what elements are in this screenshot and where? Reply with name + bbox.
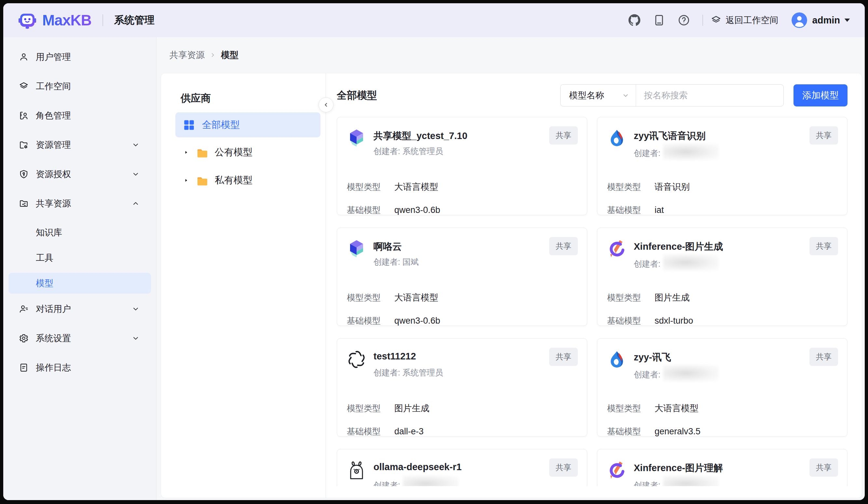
sidebar-item-tools[interactable]: 工具	[9, 248, 151, 268]
model-field-row: 基础模型iat	[607, 204, 664, 215]
model-card[interactable]: Xinference-图片理解创建者: 共享	[597, 449, 847, 486]
field-value: dall-e-3	[394, 426, 424, 436]
model-card[interactable]: zyy讯飞语音识别创建者: 共享模型类型语音识别基础模型iat	[597, 117, 847, 215]
ollama-icon	[347, 460, 366, 480]
username[interactable]: admin	[812, 15, 840, 26]
sidebar-item-chat-users[interactable]: 对话用户	[9, 298, 151, 320]
tree-item-folder[interactable]: 私有模型	[175, 169, 320, 192]
provider-panel-title: 供应商	[180, 91, 326, 105]
share-badge: 共享	[809, 237, 838, 255]
model-search-group: 模型名称	[560, 84, 784, 107]
chevron-right-icon	[210, 52, 216, 58]
search-field-select[interactable]: 模型名称	[560, 85, 636, 106]
sidebar-item-label: 系统设置	[36, 332, 71, 344]
field-value: qwen3-0.6b	[394, 205, 440, 215]
creator-name: 系统管理员	[400, 367, 443, 378]
model-card[interactable]: 啊咯云创建者: 国斌共享模型类型大语言模型基础模型qwen3-0.6b	[337, 228, 587, 326]
field-value: iat	[654, 205, 664, 215]
breadcrumb-parent[interactable]: 共享资源	[169, 49, 205, 61]
maxkb-logo[interactable]: MaxKB	[18, 11, 91, 29]
creator-label: 创建者:	[634, 259, 660, 269]
sidebar-item-operation-logs[interactable]: 操作日志	[9, 357, 151, 378]
model-creator: 创建者:	[634, 367, 719, 382]
shield-key-icon	[19, 169, 29, 179]
sidebar-item-users[interactable]: 用户管理	[9, 46, 151, 68]
logo-text: MaxKB	[42, 11, 91, 29]
field-value: qwen3-0.6b	[394, 316, 440, 326]
model-name: Xinference-图片理解	[634, 462, 723, 475]
caret-right-icon[interactable]	[184, 178, 189, 183]
sidebar-item-label: 资源授权	[36, 168, 71, 180]
share-badge: 共享	[809, 348, 838, 366]
iflytek-icon	[607, 128, 627, 148]
sidebar-item-system-settings[interactable]: 系统设置	[9, 327, 151, 349]
sidebar-item-label: 对话用户	[36, 303, 71, 315]
field-label: 基础模型	[607, 204, 641, 215]
sidebar-item-workspace[interactable]: 工作空间	[9, 75, 151, 97]
sidebar-item-models[interactable]: 模型	[9, 273, 151, 294]
help-icon[interactable]	[678, 14, 690, 26]
chevron-down-icon	[132, 305, 139, 313]
model-card[interactable]: test11212创建者: 系统管理员共享模型类型图片生成基础模型dall-e-…	[337, 338, 587, 436]
field-label: 基础模型	[607, 426, 641, 436]
github-icon[interactable]	[628, 14, 641, 26]
breadcrumb: 共享资源 模型	[156, 37, 865, 73]
docs-icon[interactable]	[653, 14, 665, 26]
sidebar-item-label: 资源管理	[36, 139, 71, 151]
sidebar-item-shared-resources[interactable]: 共享资源	[9, 193, 151, 214]
app-title: 系统管理	[114, 13, 155, 27]
model-field-row: 模型类型语音识别	[607, 181, 690, 193]
chevron-down-icon	[622, 92, 629, 99]
model-creator: 创建者: 系统管理员	[373, 367, 443, 378]
model-card[interactable]: ollama-deepseek-r1创建者: 共享	[337, 449, 587, 486]
share-badge: 共享	[809, 126, 838, 144]
sidebar-item-roles[interactable]: 角色管理	[9, 105, 151, 126]
chevron-down-icon	[132, 335, 139, 342]
add-model-button[interactable]: 添加模型	[794, 84, 847, 107]
collapse-panel-button[interactable]	[319, 97, 333, 112]
tree-item-all-models[interactable]: 全部模型	[175, 112, 320, 138]
field-value: 大语言模型	[654, 402, 699, 414]
openai-icon	[347, 350, 366, 369]
model-card[interactable]: zyy-讯飞创建者: 共享模型类型大语言模型基础模型generalv3.5	[597, 338, 847, 436]
creator-label: 创建者:	[373, 480, 400, 486]
model-cards-viewport[interactable]: 共享模型_yctest_7.10创建者: 系统管理员共享模型类型大语言模型基础模…	[337, 117, 847, 486]
model-field-row: 模型类型大语言模型	[347, 181, 438, 193]
log-icon	[19, 363, 29, 372]
creator-label: 创建者:	[373, 367, 400, 378]
sidebar-item-resources[interactable]: 资源管理	[9, 134, 151, 155]
header-divider	[103, 14, 103, 26]
model-field-row: 基础模型dall-e-3	[347, 426, 424, 436]
sidebar-item-label: 共享资源	[36, 198, 71, 209]
tree-item-folder[interactable]: 公有模型	[175, 141, 320, 164]
model-field-row: 基础模型generalv3.5	[607, 426, 701, 436]
model-creator: 创建者:	[373, 478, 459, 486]
sidebar-item-label: 用户管理	[36, 51, 71, 63]
model-card[interactable]: Xinference-图片生成创建者: 共享模型类型图片生成基础模型sdxl-t…	[597, 228, 847, 326]
model-name: zyy讯飞语音识别	[634, 130, 706, 143]
caret-right-icon[interactable]	[184, 150, 189, 155]
field-value: 图片生成	[394, 402, 430, 414]
creator-name: 国斌	[400, 256, 419, 267]
field-label: 模型类型	[607, 181, 641, 193]
back-to-workspace-button[interactable]: 返回工作空间	[711, 14, 778, 26]
folder-icon	[196, 175, 209, 186]
search-input[interactable]	[636, 85, 783, 106]
avatar[interactable]	[792, 12, 807, 28]
screen-frame: MaxKB 系统管理 返回工作空间	[0, 0, 868, 504]
search-field-value: 模型名称	[569, 90, 604, 101]
tree-item-label: 公有模型	[215, 146, 252, 159]
chevron-down-icon	[132, 141, 139, 149]
field-label: 模型类型	[347, 292, 381, 303]
share-badge: 共享	[549, 348, 578, 366]
sidebar-item-resource-auth[interactable]: 资源授权	[9, 163, 151, 185]
models-title: 全部模型	[337, 89, 377, 102]
provider-tree-panel: 供应商 全部模型公有模型私有模型	[161, 73, 326, 498]
model-card[interactable]: 共享模型_yctest_7.10创建者: 系统管理员共享模型类型大语言模型基础模…	[337, 117, 587, 215]
sidebar-item-knowledge[interactable]: 知识库	[9, 222, 151, 243]
xinference-icon	[607, 460, 627, 480]
folder-share-icon	[19, 199, 29, 208]
layers-icon	[711, 15, 721, 26]
chat-user-icon	[19, 304, 29, 314]
caret-down-icon[interactable]	[844, 18, 850, 22]
